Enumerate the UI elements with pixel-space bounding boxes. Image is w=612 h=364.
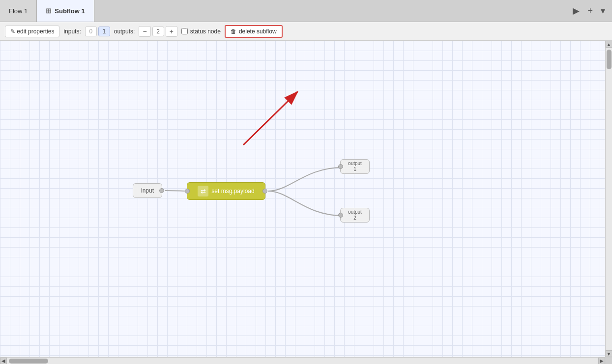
tab-flow1-label: Flow 1: [9, 7, 28, 15]
status-node-checkbox[interactable]: [181, 28, 188, 34]
canvas-grid: [0, 41, 612, 364]
toolbar: ✎ edit properties inputs: 0 1 outputs: −…: [0, 22, 612, 41]
input-0-display[interactable]: 0: [85, 27, 97, 36]
scroll-left-button[interactable]: ◀: [0, 358, 7, 364]
input-node-right-port[interactable]: [159, 188, 164, 193]
status-node-label[interactable]: status node: [181, 28, 221, 35]
output2-node-line1: output: [348, 209, 362, 215]
inputs-label: inputs:: [63, 28, 81, 35]
inputs-group: 0 1: [85, 27, 110, 36]
main-node-left-port[interactable]: [185, 189, 190, 194]
outputs-value-display: 2: [152, 27, 164, 36]
main-node-right-port[interactable]: [262, 189, 267, 194]
tab-more-button[interactable]: ▾: [598, 3, 608, 18]
scrollbar-vertical[interactable]: ▲ ▼: [605, 41, 612, 357]
input-node-label: input: [141, 187, 154, 194]
outputs-label: outputs:: [114, 28, 135, 35]
input-1-display[interactable]: 1: [98, 27, 110, 36]
tab-bar: Flow 1 ⊞ Subflow 1 ▶ + ▾: [0, 0, 612, 22]
main-node-label: set msg.payload: [211, 188, 254, 195]
scroll-down-button[interactable]: ▼: [606, 350, 612, 357]
tab-subflow1[interactable]: ⊞ Subflow 1: [37, 0, 94, 22]
main-node[interactable]: ⇄ set msg.payload: [187, 182, 265, 200]
scroll-up-button[interactable]: ▲: [606, 41, 612, 48]
main-node-icon: ⇄: [198, 186, 208, 196]
edit-properties-button[interactable]: ✎ edit properties: [5, 26, 59, 37]
scrollbar-horizontal[interactable]: ◀ ▶: [0, 357, 605, 364]
canvas-wrapper[interactable]: input ⇄ set msg.payload output 1 output …: [0, 41, 612, 364]
tab-forward-button[interactable]: ▶: [570, 3, 583, 18]
input-node[interactable]: input: [133, 183, 162, 198]
outputs-group: − 2 +: [139, 26, 177, 37]
scroll-corner: [605, 357, 612, 364]
delete-subflow-label: delete subflow: [239, 28, 277, 35]
scrollbar-v-thumb[interactable]: [607, 50, 612, 69]
delete-subflow-button[interactable]: 🗑 delete subflow: [225, 25, 283, 38]
delete-icon: 🗑: [231, 28, 236, 35]
subflow-icon: ⊞: [46, 7, 52, 15]
output1-node-left-port[interactable]: [338, 164, 343, 169]
scrollbar-h-thumb[interactable]: [9, 359, 48, 364]
tab-add-button[interactable]: +: [584, 4, 596, 18]
outputs-increment-button[interactable]: +: [166, 26, 177, 37]
output2-node-left-port[interactable]: [338, 213, 343, 218]
tab-subflow1-label: Subflow 1: [55, 7, 85, 15]
output1-node-line1: output: [348, 161, 362, 167]
output1-node[interactable]: output 1: [340, 159, 370, 174]
scroll-right-button[interactable]: ▶: [598, 358, 605, 364]
edit-properties-label: ✎ edit properties: [10, 28, 54, 35]
tab-actions: ▶ + ▾: [570, 3, 612, 18]
output1-node-line2: 1: [353, 167, 356, 172]
outputs-decrement-button[interactable]: −: [139, 26, 150, 37]
output2-node-line2: 2: [353, 215, 356, 221]
output2-node[interactable]: output 2: [340, 208, 370, 223]
tab-flow1[interactable]: Flow 1: [0, 0, 37, 22]
